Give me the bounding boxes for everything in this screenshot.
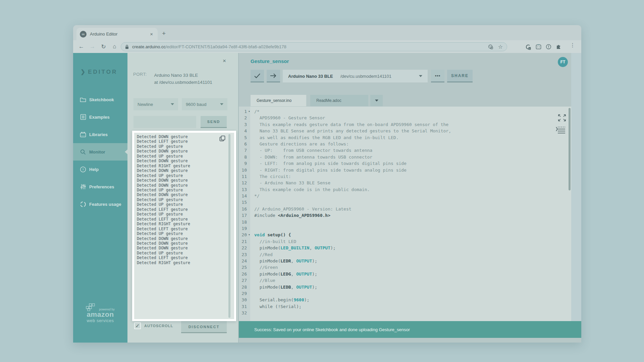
code-text: //Red [252,251,273,258]
code-line: 30 Serial.begin(9600); [239,297,571,303]
browser-tab-title: Arduino Editor [90,32,149,37]
log-line: Detected UP gesture [137,188,226,192]
forward-icon[interactable]: → [87,43,98,50]
extension-c-icon[interactable]: 1 [525,44,531,50]
log-line: Detected UP gesture [137,212,226,217]
browser-tab[interactable]: ∞ Arduino Editor × [76,28,158,40]
magnifier-icon [80,149,86,155]
fullscreen-icon[interactable] [558,114,567,122]
line-ending-select[interactable]: Newline [133,98,178,110]
back-icon[interactable]: ← [76,43,87,50]
code-text: APDS9960 - Gesture Sensor [252,115,325,121]
format-code-icon[interactable] [556,126,566,134]
sidebar-item-features-usage[interactable]: Features usage [73,195,127,213]
fold-spacer [247,160,252,167]
editor-right-margin [571,53,581,321]
sidebar-item-preferences[interactable]: Preferences [73,178,127,195]
port-label: PORT: [133,72,147,86]
code-line: 11 The circuit: [239,173,571,180]
log-line: Detected UP gesture [137,154,226,159]
aws-logo: powered by amazon web services [73,303,127,323]
fold-arrow-icon[interactable]: ▾ [247,108,252,115]
sidebar-item-examples[interactable]: Examples [73,108,127,126]
sidebar-item-sketchbook[interactable]: Sketchbook [73,91,127,108]
home-icon[interactable]: ⌂ [109,43,120,50]
serial-log[interactable]: Detected DOWN gestureDetected LEFT gestu… [137,134,226,317]
code-line: 27 //Blue [239,277,571,284]
fold-spacer [247,141,252,147]
new-tab-button[interactable]: + [162,30,166,37]
sidebar-item-monitor[interactable]: Monitor [73,143,127,161]
code-scrollbar[interactable] [569,108,571,190]
code-line: 17#include <Arduino_APDS9960.h> [239,212,571,219]
code-line: 28 pinMode(LEDB, OUTPUT); [239,284,571,290]
line-number: 32 [239,310,247,316]
status-message: Success: Saved on your online Sketchbook… [254,327,410,332]
code-line: 21 //in-built LED [239,238,571,245]
code-text: //in-built LED [252,238,296,245]
code-line: 16// Arduino_APDS9960 - Version: Latest [239,206,571,212]
fold-spacer [247,167,252,173]
tab-readme-adoc[interactable]: ReadMe.adoc [310,95,368,106]
sidebar-item-label: Preferences [89,184,114,189]
chevron-down-icon [220,103,223,105]
libraries-icon [80,131,86,138]
puzzle-extension-icon[interactable] [556,44,562,50]
info-circle-icon[interactable] [546,44,551,50]
code-editor[interactable]: 1▾/*2 APDS9960 - Gesture Sensor3 This ex… [239,107,571,321]
board-selector[interactable]: Arduino Nano 33 BLE /dev/cu.usbmodem1411… [283,70,428,82]
log-line: Detected UP gesture [137,202,226,207]
url-domain: create.arduino.cc [132,44,166,49]
editor-main: Gesture_sensor FT Arduino Nano 33 BLE /d… [239,53,581,343]
tab-gesture-sensor-ino[interactable]: Gesture_sensor.ino [251,95,306,106]
fold-spacer [247,290,252,297]
reload-icon[interactable]: ↻ [98,43,109,50]
sidebar-item-help[interactable]: ? Help [73,161,127,178]
fold-arrow-icon[interactable]: ▾ [247,232,252,238]
avatar[interactable]: FT [558,57,568,67]
fold-spacer [247,219,252,225]
code-line: 32 [239,310,571,316]
code-line: 1▾/* [239,108,571,115]
verify-button[interactable] [251,70,264,82]
app-content: ❯EDITOR Sketchbook Examples [73,53,581,343]
autoscroll-checkbox[interactable]: ✓ [134,322,141,329]
share-button[interactable]: SHARE [447,70,473,82]
sidebar-item-libraries[interactable]: Libraries [73,126,127,143]
disconnect-button[interactable]: DISCONNECT [181,321,227,333]
fold-spacer [247,303,252,310]
fold-spacer [247,193,252,199]
line-number: 19 [239,225,247,232]
dashed-circle-icon [80,201,86,207]
browser-menu-icon[interactable]: ⋮ [570,42,575,48]
ellipsis-icon: ••• [435,73,441,78]
browser-toolbar: ← → ↻ ⌂ create.arduino.cc/editor/FT-CONT… [73,40,581,53]
privacy-icon[interactable] [488,44,493,50]
chevron-down-icon [419,75,422,77]
line-number: 23 [239,251,247,258]
check-icon [254,73,261,78]
copy-icon[interactable] [219,135,225,141]
baud-rate-select[interactable]: 9600 baud [182,98,227,110]
panel-close-icon[interactable]: × [223,58,226,64]
log-line: Detected DOWN gesture [137,241,226,246]
send-button[interactable]: SEND [201,116,227,128]
line-number: 8 [239,154,247,160]
url-bar[interactable]: create.arduino.cc/editor/FT-CONTENT/51a0… [121,42,507,51]
line-number: 21 [239,238,247,245]
tab-close-icon[interactable]: × [149,31,154,37]
serial-input[interactable] [133,116,196,128]
code-text: - Arduino Nano 33 BLE Sense [252,180,330,186]
tab-list-button[interactable] [370,95,383,106]
code-line: 29 [239,290,571,297]
log-line: Detected UP gesture [137,144,226,149]
upload-button[interactable] [267,70,280,82]
serial-log-scrollbar[interactable] [228,134,230,318]
sidebar-item-label: Examples [89,115,110,120]
bookmark-star-icon[interactable]: ☆ [498,44,503,50]
code-text: This example code is in the public domai… [252,186,370,193]
log-line: Detected DOWN gesture [137,183,226,188]
more-options-button[interactable]: ••• [431,70,444,82]
extension-box-icon[interactable] [536,44,541,50]
sketch-title: Gesture_sensor [251,58,289,64]
